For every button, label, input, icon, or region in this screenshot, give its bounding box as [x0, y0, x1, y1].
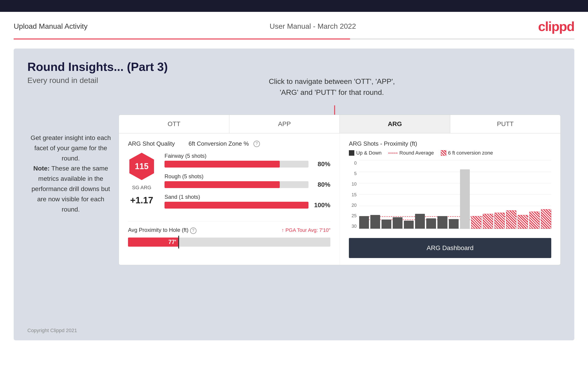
right-panel-title: ARG Shots - Proximity (ft) [349, 140, 551, 147]
shot-quality-label: ARG Shot Quality [128, 140, 175, 147]
rough-bar-track [164, 181, 309, 188]
arg-dashboard-button[interactable]: ARG Dashboard [349, 238, 551, 258]
chart-bar-6 [415, 214, 425, 229]
y-label-10: 10 [349, 182, 358, 187]
chart-bar-5 [404, 221, 414, 229]
legend-up-down-label: Up & Down [356, 150, 381, 156]
legend-conversion-zone: 6 ft conversion zone [441, 150, 493, 156]
right-panel: ARG Shots - Proximity (ft) Up & Down Rou… [340, 133, 560, 265]
chart-bars [359, 160, 551, 229]
chart-legend: Up & Down Round Average 6 ft conversion … [349, 150, 551, 156]
y-label-30: 30 [349, 224, 358, 229]
chart-bar-2 [370, 215, 380, 229]
user-manual-date-label: User Manual - March 2022 [270, 22, 356, 31]
chart-bar-3 [381, 219, 391, 229]
sand-pct: 100% [312, 201, 330, 209]
chart-bar-h5 [518, 215, 528, 229]
chart-bar-h1 [471, 216, 481, 229]
chart-bar-h7 [541, 209, 551, 229]
proximity-header: Avg Proximity to Hole (ft) ? ↑ PGA Tour … [128, 227, 330, 234]
tabs-row: OTT APP ARG PUTT [119, 115, 560, 133]
bars-section: Fairway (5 shots) 80% Rough (5 shots) [164, 153, 330, 214]
hexagon-container: 115 SG ARG +1.17 [128, 153, 156, 205]
panel-header: ARG Shot Quality 6ft Conversion Zone % ? [128, 140, 330, 147]
legend-dashed-icon [388, 153, 398, 153]
y-label-20: 20 [349, 203, 358, 208]
clippd-logo: clippd [538, 19, 574, 34]
fairway-bar-row: 80% [164, 160, 330, 168]
chart-bar-h2 [483, 214, 493, 229]
chart-bar-h6 [529, 212, 540, 229]
tab-putt[interactable]: PUTT [450, 115, 560, 133]
fairway-bar-item: Fairway (5 shots) 80% [164, 153, 330, 168]
chart-bar-7 [426, 218, 436, 229]
proximity-section: Avg Proximity to Hole (ft) ? ↑ PGA Tour … [128, 221, 330, 247]
sg-value: +1.17 [130, 195, 153, 205]
chart-bar-9 [449, 219, 459, 229]
proximity-bar-fill: 77' [128, 238, 179, 247]
proximity-cursor [178, 236, 179, 249]
sg-label: SG ARG [132, 185, 151, 191]
rough-bar-item: Rough (5 shots) 80% [164, 173, 330, 188]
copyright-label: Copyright Clippd 2021 [27, 328, 77, 334]
conversion-label: 6ft Conversion Zone % [189, 140, 249, 147]
card-body: ARG Shot Quality 6ft Conversion Zone % ?… [119, 133, 560, 265]
chart-area: 30 25 20 15 10 5 0 [349, 160, 551, 234]
legend-round-avg: Round Average [388, 150, 434, 156]
chart-bar-h3 [494, 213, 505, 229]
left-inner: 115 SG ARG +1.17 Fairway (5 shots) [128, 153, 330, 214]
chart-bar-h4 [506, 210, 516, 229]
tab-app[interactable]: APP [229, 115, 340, 133]
legend-square-icon [349, 150, 354, 156]
fairway-bar-fill [164, 161, 280, 167]
sand-label: Sand (1 shots) [164, 194, 330, 200]
legend-conversion-label: 6 ft conversion zone [448, 150, 493, 156]
sand-bar-row: 100% [164, 201, 330, 209]
tab-ott[interactable]: OTT [119, 115, 229, 133]
rough-pct: 80% [312, 181, 330, 188]
sand-bar-fill [164, 202, 309, 209]
note-bold: Note: [33, 165, 50, 172]
left-panel: ARG Shot Quality 6ft Conversion Zone % ?… [119, 133, 340, 265]
header: Upload Manual Activity User Manual - Mar… [0, 12, 588, 39]
y-label-0: 0 [349, 160, 358, 166]
top-bar [0, 0, 588, 12]
rough-label: Rough (5 shots) [164, 173, 330, 180]
legend-up-down: Up & Down [349, 150, 381, 156]
rough-bar-row: 80% [164, 181, 330, 188]
proximity-label: Avg Proximity to Hole (ft) ? [128, 227, 197, 234]
pga-avg-label: ↑ PGA Tour Avg: 7'10" [282, 227, 330, 233]
left-description: Get greater insight into each facet of y… [27, 133, 114, 215]
header-divider [14, 39, 574, 39]
hexagon-score: 115 [128, 153, 156, 180]
chart-bar-tall [460, 169, 470, 229]
sand-bar-track [164, 202, 309, 209]
insights-card: OTT APP ARG PUTT ARG Shot Quality 6ft Co… [119, 115, 561, 265]
help-icon[interactable]: ? [253, 141, 260, 147]
section-title: Round Insights... (Part 3) [27, 60, 561, 74]
chart-bar-8 [437, 216, 447, 229]
annotation-text: Click to navigate between 'OTT', 'APP','… [269, 76, 395, 98]
legend-hatched-icon [441, 150, 446, 156]
rough-bar-fill [164, 181, 280, 188]
y-label-5: 5 [349, 171, 358, 176]
sand-bar-item: Sand (1 shots) 100% [164, 194, 330, 209]
y-label-25: 25 [349, 213, 358, 218]
chart-bar-4 [393, 217, 403, 229]
fairway-pct: 80% [312, 160, 330, 168]
fairway-bar-track [164, 161, 309, 167]
proximity-value: 77' [168, 238, 176, 245]
chart-y-axis: 30 25 20 15 10 5 0 [349, 160, 358, 234]
tab-arg[interactable]: ARG [340, 115, 450, 133]
fairway-label: Fairway (5 shots) [164, 153, 330, 159]
chart-bar-1 [359, 216, 369, 229]
y-label-15: 15 [349, 192, 358, 197]
upload-manual-activity-label: Upload Manual Activity [14, 22, 88, 31]
proximity-bar-track: 77' [128, 238, 330, 247]
legend-round-avg-label: Round Average [399, 150, 434, 156]
proximity-help-icon[interactable]: ? [190, 227, 197, 234]
main-content: Round Insights... (Part 3) Every round i… [14, 49, 574, 340]
